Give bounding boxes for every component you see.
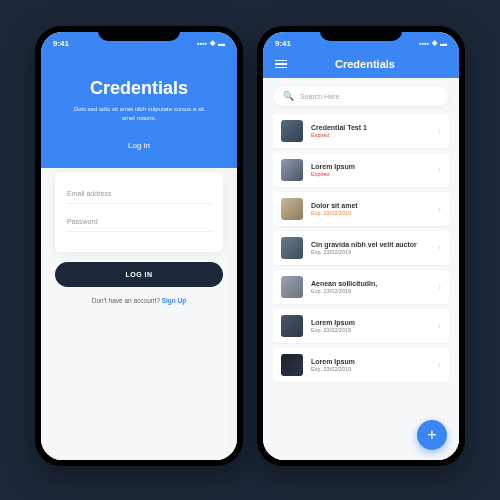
list-item[interactable]: Cin gravida nibh vel velit auctor Exp. 2…	[273, 231, 449, 265]
chevron-right-icon: ›	[438, 243, 441, 253]
item-text: Lorem Ipsum Exp. 23/02/2019	[311, 319, 430, 333]
notch	[98, 26, 180, 41]
signal-icon: ▪▪▪▪	[419, 40, 429, 47]
battery-icon: ▬	[218, 40, 225, 47]
login-card: Email address Password	[55, 172, 223, 252]
phone-list: 9:41 ▪▪▪▪ ◈ ▬ Credentials 🔍 Search Here	[257, 26, 465, 466]
status-icons: ▪▪▪▪ ◈ ▬	[419, 39, 447, 47]
list-body: 🔍 Search Here Credential Test 1 Expired …	[263, 78, 459, 460]
list-item[interactable]: Dolor sit amet Exp. 23/02/2019 ›	[273, 192, 449, 226]
list-item[interactable]: Aenean sollicitudin, Exp. 23/02/2019 ›	[273, 270, 449, 304]
signup-prompt: Don't have an account? Sign Up	[41, 297, 237, 304]
signup-link[interactable]: Sign Up	[162, 297, 187, 304]
phone-login: 9:41 ▪▪▪▪ ◈ ▬ Credentials Duis sed odio …	[35, 26, 243, 466]
search-input[interactable]: Search Here	[300, 93, 439, 100]
login-screen: 9:41 ▪▪▪▪ ◈ ▬ Credentials Duis sed odio …	[41, 32, 237, 460]
battery-icon: ▬	[440, 40, 447, 47]
chevron-right-icon: ›	[438, 282, 441, 292]
item-thumbnail	[281, 237, 303, 259]
add-button[interactable]: +	[417, 420, 447, 450]
email-field[interactable]: Email address	[67, 184, 211, 204]
status-time: 9:41	[275, 39, 291, 48]
plus-icon: +	[427, 426, 436, 444]
chevron-right-icon: ›	[438, 321, 441, 331]
list-item[interactable]: Lorem Ipsum Exp. 23/02/2019 ›	[273, 309, 449, 343]
item-thumbnail	[281, 315, 303, 337]
app-subtitle: Duis sed odio sit amet nibh vulputate cu…	[69, 105, 209, 123]
signal-icon: ▪▪▪▪	[197, 40, 207, 47]
menu-icon[interactable]	[275, 60, 287, 69]
item-thumbnail	[281, 198, 303, 220]
item-text: Credential Test 1 Expired	[311, 124, 430, 138]
login-tab[interactable]: Log in	[61, 141, 217, 150]
item-text: Dolor sit amet Exp. 23/02/2019	[311, 202, 430, 216]
chevron-right-icon: ›	[438, 360, 441, 370]
status-icons: ▪▪▪▪ ◈ ▬	[197, 39, 225, 47]
login-body: Email address Password LOG IN Don't have…	[41, 168, 237, 460]
chevron-right-icon: ›	[438, 165, 441, 175]
search-icon: 🔍	[283, 91, 294, 101]
list-header: Credentials	[263, 54, 459, 78]
list-screen: 9:41 ▪▪▪▪ ◈ ▬ Credentials 🔍 Search Here	[263, 32, 459, 460]
item-text: Lorem Ipsum Exp. 23/02/2019	[311, 358, 430, 372]
login-header: Credentials Duis sed odio sit amet nibh …	[41, 54, 237, 168]
search-bar[interactable]: 🔍 Search Here	[273, 86, 449, 106]
wifi-icon: ◈	[432, 39, 437, 47]
item-text: Cin gravida nibh vel velit auctor Exp. 2…	[311, 241, 430, 255]
item-text: Aenean sollicitudin, Exp. 23/02/2019	[311, 280, 430, 294]
item-thumbnail	[281, 354, 303, 376]
list-item[interactable]: Lorem Ipsum Exp. 23/02/2019 ›	[273, 348, 449, 382]
item-thumbnail	[281, 159, 303, 181]
app-title: Credentials	[61, 78, 217, 99]
chevron-right-icon: ›	[438, 126, 441, 136]
login-button[interactable]: LOG IN	[55, 262, 223, 287]
list-item[interactable]: Credential Test 1 Expired ›	[273, 114, 449, 148]
page-title: Credentials	[297, 58, 433, 70]
list-item[interactable]: Lorem Ipsum Expired ›	[273, 153, 449, 187]
wifi-icon: ◈	[210, 39, 215, 47]
item-text: Lorem Ipsum Expired	[311, 163, 430, 177]
password-field[interactable]: Password	[67, 212, 211, 232]
notch	[320, 26, 402, 41]
chevron-right-icon: ›	[438, 204, 441, 214]
item-thumbnail	[281, 276, 303, 298]
item-thumbnail	[281, 120, 303, 142]
credential-list: Credential Test 1 Expired › Lorem Ipsum …	[263, 114, 459, 382]
status-time: 9:41	[53, 39, 69, 48]
